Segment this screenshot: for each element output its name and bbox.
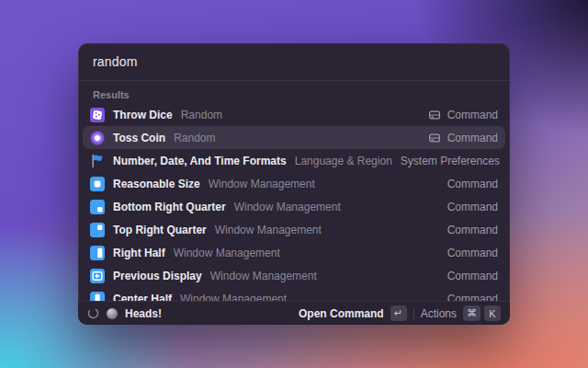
wm-center-icon	[90, 177, 105, 191]
result-title: Throw Dice	[113, 109, 173, 121]
result-subtitle: Window Management	[210, 270, 317, 282]
search-input[interactable]: random	[93, 54, 138, 69]
result-title: Number, Date, And Time Formats	[113, 155, 287, 167]
result-title: Previous Display	[113, 270, 202, 282]
result-row-reasonable-size[interactable]: Reasonable SizeWindow ManagementCommand	[83, 172, 505, 195]
result-row-previous-display[interactable]: Previous DisplayWindow ManagementCommand	[83, 264, 505, 287]
result-accessory: Command	[447, 224, 498, 236]
accessory-label: Command	[447, 132, 498, 144]
result-subtitle: Random	[181, 109, 222, 121]
result-title: Bottom Right Quarter	[113, 201, 226, 213]
accessory-label: Command	[447, 224, 498, 236]
result-row-number-date-and-time-formats[interactable]: Number, Date, And Time FormatsLanguage &…	[83, 149, 505, 172]
accessory-label: Command	[447, 178, 498, 190]
command-drive-icon	[428, 109, 441, 121]
result-title: Right Half	[113, 247, 165, 259]
open-command-action[interactable]: Open Command	[299, 307, 384, 320]
result-subtitle: Language & Region	[295, 155, 392, 167]
status-bar-divider	[413, 308, 414, 319]
result-title: Toss Coin	[113, 132, 165, 144]
result-row-toss-coin[interactable]: Toss CoinRandomCommand	[83, 126, 505, 149]
result-accessory: Command	[428, 109, 498, 121]
accessory-label: Command	[447, 109, 498, 121]
desktop-background: random Results Throw DiceRandomCommandTo…	[0, 0, 588, 368]
command-drive-icon	[428, 132, 441, 144]
result-subtitle: Window Management	[174, 247, 280, 259]
result-subtitle: Window Management	[209, 178, 315, 190]
result-title: Reasonable Size	[113, 178, 200, 190]
results-list: Throw DiceRandomCommandToss CoinRandomCo…	[78, 103, 510, 310]
result-accessory: System Preferences	[401, 155, 500, 167]
results-section-label: Results	[78, 81, 510, 103]
result-subtitle: Random	[174, 132, 215, 144]
result-row-throw-dice[interactable]: Throw DiceRandomCommand	[83, 103, 505, 126]
result-title: Top Right Quarter	[113, 224, 207, 236]
accessory-label: Command	[447, 201, 498, 213]
result-accessory: Command	[447, 201, 498, 213]
raycast-window: random Results Throw DiceRandomCommandTo…	[78, 43, 510, 325]
accessory-label: Command	[447, 247, 498, 259]
result-subtitle: Window Management	[234, 201, 341, 213]
wm-right-half-icon	[90, 246, 105, 260]
result-row-right-half[interactable]: Right HalfWindow ManagementCommand	[83, 241, 505, 264]
result-subtitle: Window Management	[215, 224, 322, 236]
coin-result-icon	[107, 308, 118, 319]
key-badge[interactable]: K	[484, 305, 501, 321]
actions-shortcut-keys: ⌘K	[463, 305, 501, 321]
result-row-bottom-right-quarter[interactable]: Bottom Right QuarterWindow ManagementCom…	[83, 195, 505, 218]
status-bar: Heads! Open Command ↵ Actions ⌘K	[78, 301, 510, 325]
result-row-top-right-quarter[interactable]: Top Right QuarterWindow ManagementComman…	[83, 218, 505, 241]
actions-menu-button[interactable]: Actions	[421, 307, 457, 320]
wm-top-right-icon	[90, 223, 105, 237]
spinner-icon	[87, 307, 99, 319]
return-key-badge[interactable]: ↵	[390, 305, 407, 321]
result-accessory: Command	[447, 178, 498, 190]
key-badge[interactable]: ⌘	[463, 305, 481, 321]
wm-prev-display-icon	[90, 269, 105, 283]
result-accessory: Command	[447, 270, 498, 282]
coin-icon	[90, 131, 105, 145]
result-accessory: Command	[428, 132, 498, 144]
accessory-label: System Preferences	[401, 155, 500, 167]
accessory-label: Command	[447, 270, 498, 282]
search-bar[interactable]: random	[78, 43, 510, 81]
wm-bottom-right-icon	[90, 200, 105, 214]
dice-icon	[90, 108, 105, 122]
toss-result-text: Heads!	[125, 307, 162, 320]
result-accessory: Command	[447, 247, 498, 259]
flag-icon	[90, 154, 105, 168]
